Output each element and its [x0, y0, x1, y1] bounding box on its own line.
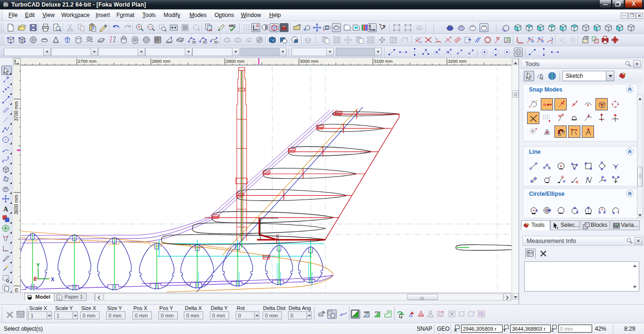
svg-text:x: x [529, 105, 531, 108]
svg-text:Y: Y [36, 262, 40, 268]
svg-text:3200 mm: 3200 mm [448, 58, 467, 64]
svg-text:3700 mm: 3700 mm [14, 101, 19, 121]
svg-text:F: F [388, 311, 390, 314]
svg-text:1: 1 [58, 296, 60, 300]
svg-text:2700 mm: 2700 mm [78, 58, 97, 64]
svg-text:2800 mm: 2800 mm [152, 58, 171, 64]
svg-text:CP: CP [375, 311, 379, 314]
svg-text:2900 mm: 2900 mm [226, 58, 245, 64]
svg-text:A: A [3, 206, 8, 213]
svg-text:X: X [454, 328, 457, 332]
svg-text:3000 mm: 3000 mm [300, 58, 319, 64]
svg-text:3: 3 [473, 311, 475, 314]
svg-text:3600 mm: 3600 mm [14, 195, 19, 215]
svg-text:Z: Z [551, 328, 554, 332]
svg-text:3100 mm: 3100 mm [374, 58, 393, 64]
svg-text:X: X [51, 276, 55, 282]
svg-text:WP: WP [364, 311, 369, 314]
svg-text:Y: Y [536, 100, 538, 103]
svg-text:Y: Y [503, 328, 506, 332]
